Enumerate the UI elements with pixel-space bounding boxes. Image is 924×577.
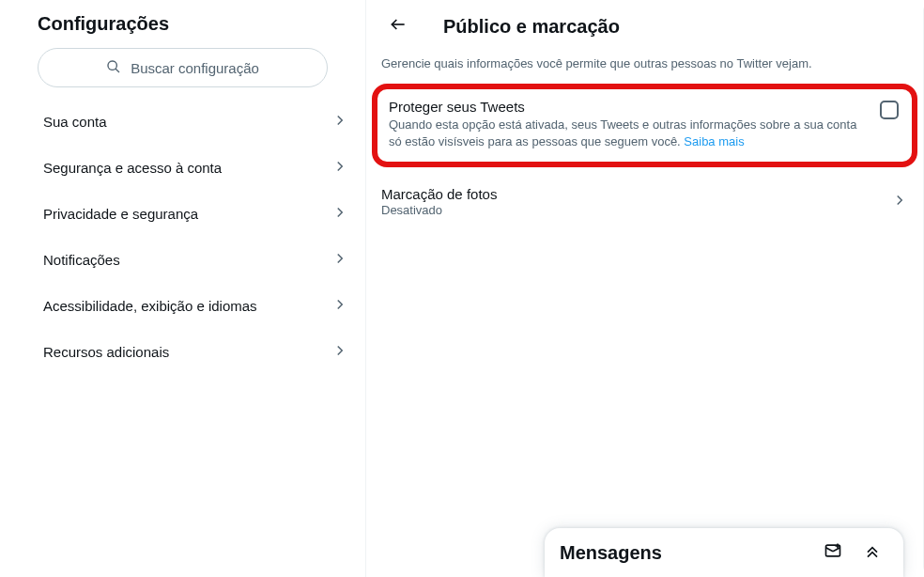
messages-drawer[interactable]: Mensagens <box>545 528 903 577</box>
protect-tweets-checkbox[interactable] <box>880 101 899 119</box>
nav-item-label: Segurança e acesso à conta <box>43 160 222 176</box>
chevron-right-icon <box>331 342 348 362</box>
chevron-right-icon <box>331 158 348 178</box>
settings-nav: Sua conta Segurança e acesso à conta Pri… <box>0 99 365 375</box>
nav-item-label: Acessibilidade, exibição e idiomas <box>43 298 257 314</box>
nav-item-privacy-security[interactable]: Privacidade e segurança <box>0 191 365 237</box>
content-subtitle: Gerencie quais informações você permite … <box>366 49 923 84</box>
nav-item-label: Notificações <box>43 252 120 268</box>
new-message-button[interactable] <box>817 537 849 569</box>
expand-messages-button[interactable] <box>856 537 888 569</box>
protect-tweets-title: Proteger seus Tweets <box>389 99 869 115</box>
messages-actions <box>817 537 888 569</box>
nav-item-notifications[interactable]: Notificações <box>0 237 365 283</box>
photo-tagging-row[interactable]: Marcação de fotos Desativado <box>366 175 923 228</box>
app-root: Configurações Buscar configuração Sua co… <box>0 0 924 577</box>
double-chevron-up-icon <box>863 541 882 564</box>
messages-title: Mensagens <box>560 542 662 564</box>
chevron-right-icon <box>331 112 348 132</box>
back-button[interactable] <box>381 9 415 43</box>
search-icon <box>106 59 121 77</box>
protect-tweets-desc: Quando esta opção está ativada, seus Twe… <box>389 117 869 150</box>
chevron-right-icon <box>331 204 348 224</box>
photo-tagging-stack: Marcação de fotos Desativado <box>381 186 497 217</box>
content-title: Público e marcação <box>443 16 620 38</box>
search-settings-input[interactable]: Buscar configuração <box>38 48 328 87</box>
photo-tagging-title: Marcação de fotos <box>381 186 497 202</box>
settings-title: Configurações <box>0 0 365 48</box>
nav-item-security-access[interactable]: Segurança e acesso à conta <box>0 145 365 191</box>
protect-tweets-highlight: Proteger seus Tweets Quando esta opção e… <box>372 84 917 167</box>
learn-more-link[interactable]: Saiba mais <box>684 134 744 148</box>
protect-tweets-text: Proteger seus Tweets Quando esta opção e… <box>389 99 869 150</box>
settings-sidebar: Configurações Buscar configuração Sua co… <box>0 0 366 577</box>
nav-item-accessibility-display-languages[interactable]: Acessibilidade, exibição e idiomas <box>0 283 365 329</box>
photo-tagging-status: Desativado <box>381 203 497 217</box>
nav-item-label: Recursos adicionais <box>43 344 169 360</box>
nav-item-account[interactable]: Sua conta <box>0 99 365 145</box>
chevron-right-icon <box>331 250 348 270</box>
new-message-icon <box>824 541 842 564</box>
nav-item-additional-resources[interactable]: Recursos adicionais <box>0 329 365 375</box>
content-header: Público e marcação <box>366 0 923 49</box>
protect-tweets-desc-text: Quando esta opção está ativada, seus Twe… <box>389 117 856 148</box>
arrow-left-icon <box>389 15 408 38</box>
svg-line-2 <box>826 548 834 552</box>
nav-item-label: Privacidade e segurança <box>43 206 198 222</box>
search-placeholder: Buscar configuração <box>131 60 259 76</box>
chevron-right-icon <box>331 296 348 316</box>
search-wrap: Buscar configuração <box>0 48 365 99</box>
protect-tweets-row: Proteger seus Tweets Quando esta opção e… <box>389 99 901 150</box>
content-panel: Público e marcação Gerencie quais inform… <box>366 0 924 577</box>
chevron-right-icon <box>891 192 908 212</box>
svg-line-3 <box>833 548 840 552</box>
nav-item-label: Sua conta <box>43 114 107 130</box>
